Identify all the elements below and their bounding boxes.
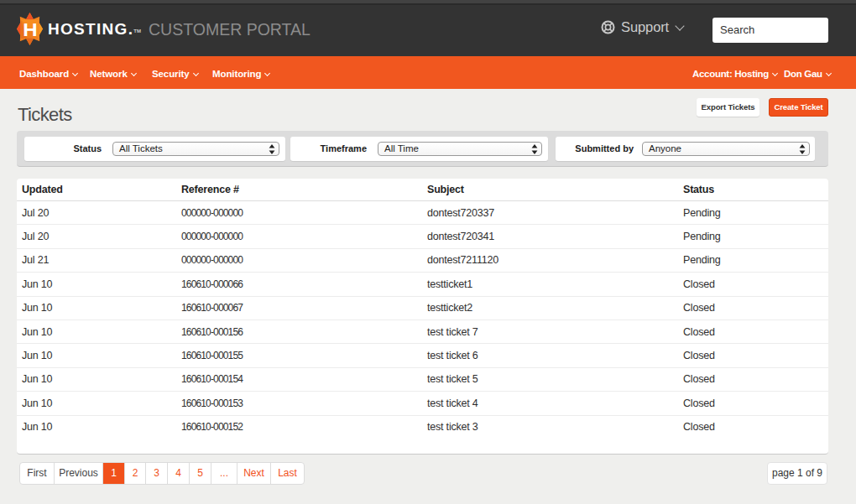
svg-text:H: H: [23, 20, 37, 40]
